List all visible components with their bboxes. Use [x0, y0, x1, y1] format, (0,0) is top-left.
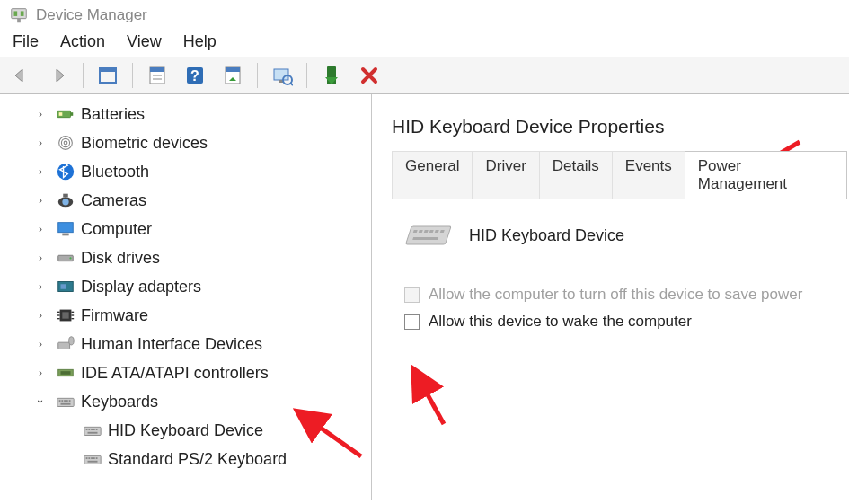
checkbox-turnoff	[404, 287, 420, 303]
help-button[interactable]: ?	[180, 62, 210, 89]
tree-item-hid[interactable]: › Human Interface Devices	[0, 330, 371, 358]
chevron-right-icon[interactable]: ›	[34, 137, 47, 149]
svg-rect-65	[88, 457, 90, 459]
svg-rect-62	[88, 432, 98, 434]
tree-item-ide[interactable]: › IDE ATA/ATAPI controllers	[0, 358, 371, 387]
tree-label: Keyboards	[81, 389, 158, 414]
forward-button[interactable]	[43, 62, 74, 89]
svg-rect-0	[12, 9, 27, 19]
tree-item-ps2-keyboard[interactable]: Standard PS/2 Keyboard	[0, 445, 371, 473]
tree-item-keyboards[interactable]: › Keyboards	[0, 387, 371, 416]
chevron-right-icon[interactable]: ›	[34, 338, 47, 350]
tree-item-hid-keyboard[interactable]: HID Keyboard Device	[0, 416, 371, 445]
tree-item-biometric[interactable]: › Biometric devices	[0, 128, 371, 157]
tree-item-disk-drives[interactable]: › Disk drives	[0, 243, 371, 272]
menu-file[interactable]: File	[13, 32, 39, 51]
menubar: File Action View Help	[0, 29, 849, 57]
tree-label: HID Keyboard Device	[108, 418, 263, 443]
checkbox-turnoff-label: Allow the computer to turn off this devi…	[429, 286, 802, 304]
properties-title: HID Keyboard Device Properties	[392, 116, 849, 137]
svg-rect-2	[21, 11, 24, 16]
checkbox-wake[interactable]	[404, 314, 420, 330]
svg-rect-58	[88, 429, 90, 430]
tree-label: Batteries	[81, 102, 145, 127]
keyboard-icon	[404, 221, 455, 250]
tree-item-computer[interactable]: › Computer	[0, 215, 371, 243]
device-tree: › Batteries › Biometric devices › Blueto…	[0, 94, 372, 500]
tabs: General Driver Details Events Power Mana…	[392, 150, 847, 199]
update-driver-button[interactable]	[316, 62, 347, 89]
tree-label: Disk drives	[81, 245, 160, 270]
tree-item-display-adapters[interactable]: › Display adapters	[0, 272, 371, 301]
hid-icon	[56, 334, 75, 354]
tree-item-cameras[interactable]: › Cameras	[0, 186, 371, 215]
tree-label: IDE ATA/ATAPI controllers	[81, 360, 269, 385]
scan-hardware-button[interactable]	[267, 62, 297, 89]
svg-rect-31	[58, 223, 74, 233]
svg-rect-1	[14, 11, 18, 16]
svg-rect-13	[226, 67, 240, 72]
svg-rect-70	[406, 226, 451, 244]
menu-view[interactable]: View	[127, 32, 162, 51]
monitor-icon	[56, 219, 75, 239]
chevron-right-icon[interactable]: ›	[34, 367, 47, 379]
gpu-icon	[56, 277, 75, 296]
tree-label: Firmware	[81, 303, 148, 328]
chevron-right-icon[interactable]: ›	[34, 309, 47, 322]
tree-item-firmware[interactable]: › Firmware	[0, 301, 371, 330]
svg-rect-5	[100, 68, 116, 72]
tab-general[interactable]: General	[392, 151, 473, 199]
checkbox-row-turnoff: Allow the computer to turn off this devi…	[404, 286, 849, 304]
chevron-right-icon[interactable]: ›	[34, 223, 47, 235]
chip-icon	[56, 305, 75, 325]
checkbox-row-wake[interactable]: Allow this device to wake the computer	[404, 313, 849, 331]
svg-text:?: ?	[190, 68, 199, 84]
drive-icon	[56, 248, 75, 268]
chevron-right-icon[interactable]: ›	[34, 165, 47, 178]
svg-rect-7	[150, 67, 164, 72]
back-button[interactable]	[5, 62, 36, 89]
tab-driver[interactable]: Driver	[472, 151, 539, 199]
svg-rect-22	[71, 112, 74, 116]
fingerprint-icon	[56, 133, 75, 153]
svg-rect-77	[412, 237, 438, 240]
properties-button[interactable]	[142, 62, 172, 89]
window-title: Device Manager	[36, 6, 147, 24]
svg-rect-30	[63, 194, 68, 198]
checkbox-wake-label: Allow this device to wake the computer	[429, 313, 692, 331]
chevron-down-icon[interactable]: ›	[34, 395, 47, 408]
tree-item-batteries[interactable]: › Batteries	[0, 100, 371, 128]
chevron-right-icon[interactable]: ›	[34, 194, 47, 207]
keyboard-icon	[83, 449, 102, 469]
battery-icon	[56, 104, 75, 124]
svg-point-26	[64, 141, 67, 145]
action-button[interactable]	[217, 62, 248, 89]
svg-rect-32	[62, 234, 68, 236]
tab-power-management[interactable]: Power Management	[685, 151, 847, 199]
svg-rect-68	[96, 457, 98, 459]
chevron-right-icon[interactable]: ›	[34, 280, 47, 293]
tree-item-bluetooth[interactable]: › Bluetooth	[0, 157, 371, 186]
properties-panel: HID Keyboard Device Properties General D…	[372, 94, 849, 500]
menu-help[interactable]: Help	[183, 32, 217, 51]
svg-rect-50	[59, 400, 61, 402]
show-hide-console-button[interactable]	[93, 62, 123, 89]
svg-rect-54	[69, 400, 71, 402]
tab-details[interactable]: Details	[539, 151, 613, 199]
svg-rect-63	[84, 455, 101, 464]
toolbar: ?	[0, 57, 849, 94]
chevron-right-icon[interactable]: ›	[34, 252, 47, 264]
tab-events[interactable]: Events	[612, 151, 685, 199]
device-name: HID Keyboard Device	[469, 226, 624, 245]
svg-rect-67	[93, 457, 95, 459]
svg-rect-45	[58, 342, 70, 349]
app-icon	[9, 5, 29, 25]
chevron-right-icon[interactable]: ›	[34, 108, 47, 120]
uninstall-device-button[interactable]	[354, 62, 385, 89]
svg-rect-69	[88, 461, 98, 463]
keyboard-icon	[83, 420, 102, 440]
svg-rect-51	[61, 400, 63, 402]
menu-action[interactable]: Action	[60, 32, 105, 51]
svg-rect-38	[62, 312, 68, 318]
svg-rect-49	[57, 398, 74, 406]
